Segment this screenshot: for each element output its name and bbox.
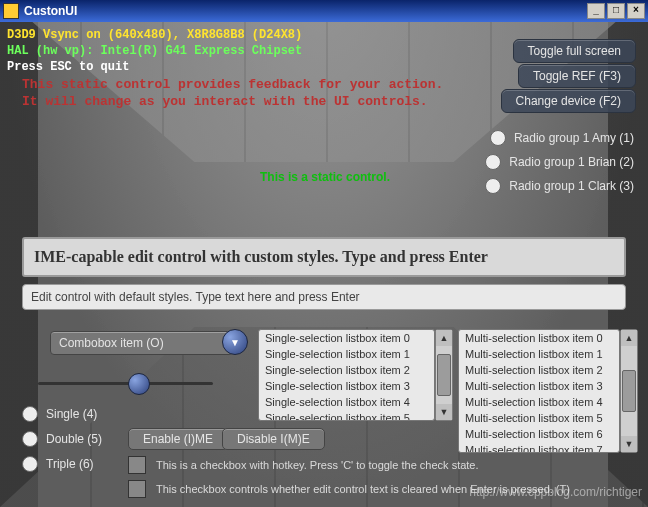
close-button[interactable]: ×	[627, 3, 645, 19]
status-line-1: D3D9 Vsync on (640x480), X8R8G8B8 (D24X8…	[7, 28, 302, 42]
radio-icon	[22, 456, 38, 472]
list-item[interactable]: Single-selection listbox item 2	[259, 362, 434, 378]
static-control-label: This is a static control.	[260, 170, 390, 184]
slider-thumb[interactable]	[128, 373, 150, 395]
client-area: D3D9 Vsync on (640x480), X8R8G8B8 (D24X8…	[0, 22, 648, 507]
radio-group1-item-1[interactable]: Radio group 1 Brian (2)	[485, 154, 634, 170]
window-buttons: _ □ ×	[587, 3, 645, 19]
list-item[interactable]: Single-selection listbox item 3	[259, 378, 434, 394]
minimize-button[interactable]: _	[587, 3, 605, 19]
list-item[interactable]: Multi-selection listbox item 7	[459, 442, 619, 453]
scroll-down-icon[interactable]: ▼	[621, 436, 637, 452]
toggle-fullscreen-button[interactable]: Toggle full screen	[513, 39, 636, 63]
radio-icon	[485, 178, 501, 194]
list-item[interactable]: Multi-selection listbox item 1	[459, 346, 619, 362]
radio-group1-item-0[interactable]: Radio group 1 Amy (1)	[490, 130, 634, 146]
list-item[interactable]: Single-selection listbox item 4	[259, 394, 434, 410]
radio-icon	[485, 154, 501, 170]
status-line-2: HAL (hw vp): Intel(R) G41 Express Chipse…	[7, 44, 302, 58]
list-item[interactable]: Multi-selection listbox item 2	[459, 362, 619, 378]
radio-left-2[interactable]: Triple (6)	[22, 456, 94, 472]
change-device-button[interactable]: Change device (F2)	[501, 89, 636, 113]
checkbox-label: This is a checkbox with hotkey. Press 'C…	[156, 459, 479, 471]
list-item[interactable]: Single-selection listbox item 0	[259, 330, 434, 346]
radio-group1-item-2[interactable]: Radio group 1 Clark (3)	[485, 178, 634, 194]
scroll-up-icon[interactable]: ▲	[436, 330, 452, 346]
toggle-ref-button[interactable]: Toggle REF (F3)	[518, 64, 636, 88]
ime-edit-input[interactable]: IME-capable edit control with custom sty…	[22, 237, 626, 277]
combobox[interactable]: Combobox item (O)	[50, 331, 233, 355]
radio-label: Triple (6)	[46, 457, 94, 471]
list-item[interactable]: Single-selection listbox item 5	[259, 410, 434, 421]
disable-ime-button[interactable]: Disable I(M)E	[222, 428, 325, 450]
list-item[interactable]: Multi-selection listbox item 6	[459, 426, 619, 442]
checkbox-icon	[128, 480, 146, 498]
scroll-down-icon[interactable]: ▼	[436, 404, 452, 420]
checkbox-icon	[128, 456, 146, 474]
maximize-button[interactable]: □	[607, 3, 625, 19]
radio-left-1[interactable]: Double (5)	[22, 431, 102, 447]
radio-icon	[22, 406, 38, 422]
multi-listbox-scrollbar[interactable]: ▲ ▼	[620, 329, 638, 453]
radio-label: Radio group 1 Amy (1)	[514, 131, 634, 145]
list-item[interactable]: Multi-selection listbox item 4	[459, 394, 619, 410]
chevron-down-icon: ▼	[230, 337, 240, 348]
slider-track	[38, 382, 213, 385]
window-title: CustonUI	[24, 4, 77, 18]
list-item[interactable]: Multi-selection listbox item 3	[459, 378, 619, 394]
list-item[interactable]: Multi-selection listbox item 0	[459, 330, 619, 346]
radio-label: Single (4)	[46, 407, 97, 421]
enable-ime-button[interactable]: Enable (I)ME	[128, 428, 228, 450]
radio-label: Radio group 1 Clark (3)	[509, 179, 634, 193]
feedback-line-1: This static control provides feedback fo…	[22, 77, 443, 92]
watermark-text: http://www.cppblog.com/richtiger	[469, 485, 642, 499]
list-item[interactable]: Multi-selection listbox item 5	[459, 410, 619, 426]
radio-icon	[490, 130, 506, 146]
single-listbox-scrollbar[interactable]: ▲ ▼	[435, 329, 453, 421]
scrollbar-thumb[interactable]	[622, 370, 636, 412]
scrollbar-thumb[interactable]	[437, 354, 451, 396]
checkbox-row-0[interactable]: This is a checkbox with hotkey. Press 'C…	[128, 456, 479, 474]
single-select-listbox[interactable]: Single-selection listbox item 0Single-se…	[258, 329, 435, 421]
title-bar: CustonUI _ □ ×	[0, 0, 648, 22]
multi-select-listbox[interactable]: Multi-selection listbox item 0Multi-sele…	[458, 329, 620, 453]
app-icon	[3, 3, 19, 19]
radio-label: Double (5)	[46, 432, 102, 446]
radio-left-0[interactable]: Single (4)	[22, 406, 97, 422]
slider[interactable]	[38, 372, 213, 394]
combobox-dropdown-button[interactable]: ▼	[222, 329, 248, 355]
radio-label: Radio group 1 Brian (2)	[509, 155, 634, 169]
status-line-3: Press ESC to quit	[7, 60, 129, 74]
default-edit-input[interactable]: Edit control with default styles. Type t…	[22, 284, 626, 310]
scroll-up-icon[interactable]: ▲	[621, 330, 637, 346]
list-item[interactable]: Single-selection listbox item 1	[259, 346, 434, 362]
feedback-line-2: It will change as you interact with the …	[22, 94, 428, 109]
radio-icon	[22, 431, 38, 447]
